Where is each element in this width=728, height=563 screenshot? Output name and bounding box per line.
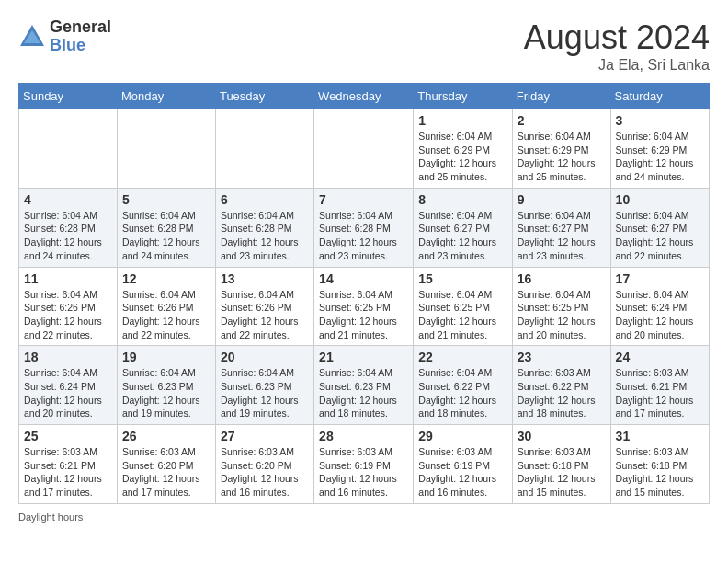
calendar-cell: 30Sunrise: 6:03 AM Sunset: 6:18 PM Dayli…: [512, 425, 610, 504]
day-number: 15: [418, 271, 506, 286]
day-info: Sunrise: 6:04 AM Sunset: 6:25 PM Dayligh…: [319, 288, 408, 342]
logo: General Blue: [18, 18, 111, 55]
calendar-header-row: SundayMondayTuesdayWednesdayThursdayFrid…: [19, 84, 710, 109]
day-info: Sunrise: 6:04 AM Sunset: 6:26 PM Dayligh…: [24, 288, 112, 342]
calendar-header-wednesday: Wednesday: [314, 84, 414, 109]
calendar-cell: 7Sunrise: 6:04 AM Sunset: 6:28 PM Daylig…: [314, 188, 414, 267]
calendar-cell: 17Sunrise: 6:04 AM Sunset: 6:24 PM Dayli…: [610, 267, 709, 346]
day-number: 10: [616, 192, 704, 207]
calendar-cell: 19Sunrise: 6:04 AM Sunset: 6:23 PM Dayli…: [117, 346, 215, 425]
day-number: 5: [122, 192, 210, 207]
calendar-cell: 13Sunrise: 6:04 AM Sunset: 6:26 PM Dayli…: [215, 267, 313, 346]
calendar-cell: 27Sunrise: 6:03 AM Sunset: 6:20 PM Dayli…: [215, 425, 313, 504]
day-info: Sunrise: 6:03 AM Sunset: 6:18 PM Dayligh…: [518, 445, 606, 500]
calendar-cell: 6Sunrise: 6:04 AM Sunset: 6:28 PM Daylig…: [215, 188, 313, 267]
day-info: Sunrise: 6:04 AM Sunset: 6:28 PM Dayligh…: [24, 209, 112, 263]
day-number: 25: [24, 429, 112, 443]
calendar-cell: 21Sunrise: 6:04 AM Sunset: 6:23 PM Dayli…: [314, 346, 414, 425]
day-info: Sunrise: 6:03 AM Sunset: 6:20 PM Dayligh…: [221, 445, 309, 500]
calendar-cell: 12Sunrise: 6:04 AM Sunset: 6:26 PM Dayli…: [117, 267, 215, 346]
day-number: 11: [24, 271, 112, 286]
day-number: 8: [418, 192, 506, 207]
day-number: 20: [221, 350, 309, 364]
day-info: Sunrise: 6:03 AM Sunset: 6:21 PM Dayligh…: [616, 366, 704, 420]
day-info: Sunrise: 6:03 AM Sunset: 6:21 PM Dayligh…: [24, 445, 112, 500]
day-info: Sunrise: 6:03 AM Sunset: 6:22 PM Dayligh…: [518, 366, 606, 420]
day-number: 24: [616, 350, 704, 364]
day-number: 2: [518, 113, 606, 128]
day-number: 31: [616, 429, 704, 443]
calendar-cell: 8Sunrise: 6:04 AM Sunset: 6:27 PM Daylig…: [414, 188, 512, 267]
calendar-cell: 22Sunrise: 6:04 AM Sunset: 6:22 PM Dayli…: [414, 346, 512, 425]
day-number: 28: [319, 429, 408, 443]
day-info: Sunrise: 6:04 AM Sunset: 6:29 PM Dayligh…: [518, 130, 606, 184]
calendar-cell: 25Sunrise: 6:03 AM Sunset: 6:21 PM Dayli…: [19, 425, 118, 504]
day-number: 1: [418, 113, 506, 128]
calendar-header-thursday: Thursday: [414, 84, 512, 109]
calendar-cell: 14Sunrise: 6:04 AM Sunset: 6:25 PM Dayli…: [314, 267, 414, 346]
day-info: Sunrise: 6:03 AM Sunset: 6:19 PM Dayligh…: [418, 445, 506, 500]
day-number: 6: [221, 192, 309, 207]
calendar-cell: 5Sunrise: 6:04 AM Sunset: 6:28 PM Daylig…: [117, 188, 215, 267]
day-info: Sunrise: 6:04 AM Sunset: 6:29 PM Dayligh…: [418, 130, 506, 184]
day-number: 7: [319, 192, 408, 207]
day-info: Sunrise: 6:03 AM Sunset: 6:20 PM Dayligh…: [122, 445, 210, 500]
calendar-cell: 23Sunrise: 6:03 AM Sunset: 6:22 PM Dayli…: [512, 346, 610, 425]
day-info: Sunrise: 6:04 AM Sunset: 6:28 PM Dayligh…: [319, 209, 408, 263]
day-number: 29: [418, 429, 506, 443]
calendar-cell: 20Sunrise: 6:04 AM Sunset: 6:23 PM Dayli…: [215, 346, 313, 425]
calendar-cell: 16Sunrise: 6:04 AM Sunset: 6:25 PM Dayli…: [512, 267, 610, 346]
calendar-cell: 26Sunrise: 6:03 AM Sunset: 6:20 PM Dayli…: [117, 425, 215, 504]
day-info: Sunrise: 6:03 AM Sunset: 6:18 PM Dayligh…: [616, 445, 704, 500]
logo-text: General Blue: [50, 18, 111, 55]
calendar-week-3: 11Sunrise: 6:04 AM Sunset: 6:26 PM Dayli…: [19, 267, 710, 346]
day-number: 9: [518, 192, 606, 207]
day-number: 13: [221, 271, 309, 286]
page-header: General Blue August 2024 Ja Ela, Sri Lan…: [18, 18, 710, 74]
calendar-cell: 3Sunrise: 6:04 AM Sunset: 6:29 PM Daylig…: [610, 109, 709, 189]
logo-general-label: General: [50, 18, 111, 37]
day-info: Sunrise: 6:04 AM Sunset: 6:28 PM Dayligh…: [221, 209, 309, 263]
logo-blue-label: Blue: [50, 37, 111, 55]
calendar-header-sunday: Sunday: [19, 84, 118, 109]
month-title: August 2024: [524, 18, 710, 57]
calendar-header-monday: Monday: [117, 84, 215, 109]
calendar-table: SundayMondayTuesdayWednesdayThursdayFrid…: [18, 83, 710, 504]
day-info: Sunrise: 6:04 AM Sunset: 6:29 PM Dayligh…: [616, 130, 704, 184]
day-info: Sunrise: 6:04 AM Sunset: 6:26 PM Dayligh…: [221, 288, 309, 342]
footer-note: Daylight hours: [18, 511, 710, 523]
day-number: 4: [24, 192, 112, 207]
calendar-week-1: 1Sunrise: 6:04 AM Sunset: 6:29 PM Daylig…: [19, 109, 710, 189]
day-number: 19: [122, 350, 210, 364]
day-number: 21: [319, 350, 408, 364]
day-info: Sunrise: 6:04 AM Sunset: 6:23 PM Dayligh…: [221, 366, 309, 420]
calendar-cell: 28Sunrise: 6:03 AM Sunset: 6:19 PM Dayli…: [314, 425, 414, 504]
calendar-cell: 29Sunrise: 6:03 AM Sunset: 6:19 PM Dayli…: [414, 425, 512, 504]
calendar-header-saturday: Saturday: [610, 84, 709, 109]
calendar-cell: [19, 109, 118, 189]
calendar-cell: 1Sunrise: 6:04 AM Sunset: 6:29 PM Daylig…: [414, 109, 512, 189]
day-number: 23: [518, 350, 606, 364]
day-number: 12: [122, 271, 210, 286]
day-number: 30: [518, 429, 606, 443]
day-info: Sunrise: 6:04 AM Sunset: 6:24 PM Dayligh…: [24, 366, 112, 420]
calendar-cell: 2Sunrise: 6:04 AM Sunset: 6:29 PM Daylig…: [512, 109, 610, 189]
calendar-cell: 11Sunrise: 6:04 AM Sunset: 6:26 PM Dayli…: [19, 267, 118, 346]
calendar-week-5: 25Sunrise: 6:03 AM Sunset: 6:21 PM Dayli…: [19, 425, 710, 504]
day-info: Sunrise: 6:04 AM Sunset: 6:27 PM Dayligh…: [418, 209, 506, 263]
calendar-cell: 15Sunrise: 6:04 AM Sunset: 6:25 PM Dayli…: [414, 267, 512, 346]
day-number: 22: [418, 350, 506, 364]
logo-icon: [18, 23, 46, 51]
day-info: Sunrise: 6:04 AM Sunset: 6:25 PM Dayligh…: [418, 288, 506, 342]
calendar-cell: 31Sunrise: 6:03 AM Sunset: 6:18 PM Dayli…: [610, 425, 709, 504]
calendar-cell: [117, 109, 215, 189]
calendar-header-friday: Friday: [512, 84, 610, 109]
daylight-note: Daylight hours: [18, 511, 83, 523]
day-number: 18: [24, 350, 112, 364]
day-number: 14: [319, 271, 408, 286]
calendar-cell: 10Sunrise: 6:04 AM Sunset: 6:27 PM Dayli…: [610, 188, 709, 267]
day-info: Sunrise: 6:04 AM Sunset: 6:23 PM Dayligh…: [319, 366, 408, 420]
calendar-cell: [215, 109, 313, 189]
day-info: Sunrise: 6:04 AM Sunset: 6:26 PM Dayligh…: [122, 288, 210, 342]
calendar-header-tuesday: Tuesday: [215, 84, 313, 109]
